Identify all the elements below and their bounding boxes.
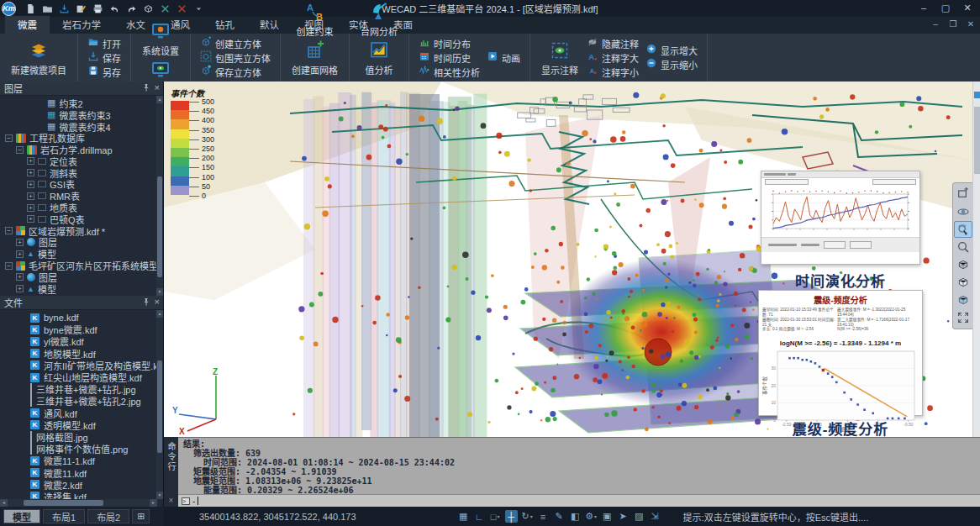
- tree-expander[interactable]: +: [16, 273, 24, 281]
- doc-tab-布局2[interactable]: 布局2: [87, 509, 129, 523]
- status-fly-icon[interactable]: ➤: [617, 510, 630, 523]
- tree-item[interactable]: +定位表: [0, 155, 163, 167]
- mdi-close-button[interactable]: ✕: [965, 19, 977, 29]
- maximize-button[interactable]: ▢: [935, 0, 956, 15]
- console-side-tab[interactable]: 命令行 ×: [164, 437, 178, 507]
- ribbon-button-timedist[interactable]: 时间分布: [415, 36, 483, 50]
- tree-item[interactable]: −区域岩爆预测.kdf *: [0, 225, 163, 237]
- file-item[interactable]: K微震2.kdf: [0, 479, 163, 491]
- pin-icon[interactable]: [143, 84, 150, 92]
- ribbon-button-cube-add[interactable]: 创建立方体: [197, 36, 274, 50]
- tree-item[interactable]: +GSI表: [0, 179, 163, 191]
- ribbon-button-new-project[interactable]: 新建微震项目: [6, 39, 71, 77]
- tree-expander[interactable]: +: [16, 285, 24, 292]
- status-fullscreen-icon[interactable]: ⇲: [649, 510, 661, 523]
- tree-item[interactable]: +RMR表: [0, 190, 163, 202]
- tree-expander[interactable]: +: [27, 157, 34, 165]
- ribbon-button-note-big[interactable]: A注释字大: [583, 50, 642, 65]
- open-folder-icon[interactable]: [41, 3, 53, 14]
- close-panel-icon[interactable]: ×: [155, 82, 160, 92]
- combo-box[interactable]: [872, 179, 916, 185]
- undo-icon[interactable]: [108, 3, 120, 14]
- ribbon-button-sys[interactable]: 系统设置: [137, 19, 184, 58]
- tree-expander[interactable]: +: [27, 192, 34, 200]
- menu-tab-钻孔[interactable]: 钻孔: [203, 16, 247, 34]
- dialog-button[interactable]: [824, 241, 846, 249]
- command-input[interactable]: >_ -: [178, 494, 980, 507]
- ribbon-button-note-show[interactable]: 显示注释: [536, 39, 583, 77]
- file-item[interactable]: Kyl微震.kdf: [0, 335, 163, 347]
- status-measure-icon[interactable]: ▨: [633, 510, 645, 523]
- tree-expander[interactable]: +: [27, 169, 34, 176]
- status-ortho-icon[interactable]: ∟: [473, 510, 486, 523]
- hidden-line-icon[interactable]: [954, 274, 972, 291]
- menu-tab-微震[interactable]: 微震: [5, 16, 50, 34]
- status-rotate-icon[interactable]: ↻▾: [521, 510, 534, 523]
- new-file-icon[interactable]: [24, 3, 36, 14]
- close-red-icon[interactable]: [176, 3, 187, 14]
- ribbon-button-open[interactable]: 打开: [84, 36, 124, 50]
- ribbon-button-save[interactable]: 保存: [84, 50, 124, 65]
- rotate-select-icon[interactable]: [954, 221, 972, 238]
- tree-expander[interactable]: +: [16, 250, 24, 258]
- tree-expander[interactable]: +: [27, 181, 34, 188]
- tree-item[interactable]: +图层: [0, 271, 163, 283]
- tree-item[interactable]: +测斜表: [0, 167, 163, 179]
- wireframe-icon[interactable]: [954, 256, 972, 273]
- ribbon-button-corr[interactable]: 相关性分析: [415, 65, 483, 79]
- orbit-icon[interactable]: [954, 203, 972, 220]
- ribbon-button-cube-save[interactable]: 保存立方体: [197, 65, 274, 79]
- tree-expander[interactable]: −: [5, 262, 13, 270]
- layers-scrollbar[interactable]: ▲▼: [156, 96, 163, 296]
- close-panel-icon[interactable]: ×: [155, 297, 160, 307]
- mdi-minimize-button[interactable]: –: [930, 19, 941, 29]
- edit-icon[interactable]: [75, 3, 87, 14]
- ribbon-button-dish[interactable]: 台网分析: [356, 0, 403, 39]
- ribbon-button-timehist[interactable]: 时间历史: [415, 50, 483, 65]
- minimize-button[interactable]: –: [913, 0, 935, 15]
- file-item[interactable]: Kbyne.kdf: [0, 312, 163, 323]
- tree-item[interactable]: −岩石力学.drillmap: [0, 144, 163, 155]
- doc-tab-模型[interactable]: 模型: [3, 509, 40, 523]
- pin-icon[interactable]: [143, 298, 150, 306]
- status-snap-icon[interactable]: ┼: [505, 510, 518, 523]
- file-item[interactable]: K微震11.kdf: [0, 466, 163, 478]
- tree-expander[interactable]: −: [16, 146, 24, 154]
- mdi-restore-button[interactable]: ❐: [947, 19, 959, 29]
- cube-view-icon[interactable]: [142, 3, 154, 14]
- file-item[interactable]: 网格截图.jpg: [0, 431, 163, 443]
- status-cube-icon[interactable]: ▣: [601, 510, 614, 523]
- close-green-icon[interactable]: [159, 3, 171, 14]
- combo-box[interactable]: [765, 179, 809, 185]
- file-item[interactable]: K河东II矿带地层及构造模型.kdf: [0, 360, 163, 371]
- tree-expander[interactable]: +: [27, 204, 34, 212]
- status-grid-icon[interactable]: ▦: [457, 510, 470, 523]
- file-item[interactable]: 三维井巷+微震+钻孔2.jpg: [0, 395, 163, 407]
- status-layers-icon[interactable]: ≡: [537, 510, 550, 523]
- region-zoom-icon[interactable]: [954, 186, 972, 203]
- print-icon[interactable]: [92, 3, 103, 14]
- ribbon-button-note-hide[interactable]: 隐藏注释: [583, 36, 642, 50]
- tree-expander[interactable]: −: [5, 227, 13, 234]
- dialog-button[interactable]: [850, 241, 872, 249]
- tree-expander[interactable]: +: [27, 215, 34, 223]
- file-item[interactable]: K地脱模型.kdf: [0, 348, 163, 360]
- magnify-icon[interactable]: [954, 239, 972, 255]
- tree-expander[interactable]: +: [16, 239, 24, 246]
- ribbon-button-saveas[interactable]: 另存: [84, 65, 124, 79]
- ribbon-button-note-small[interactable]: A注释字小: [583, 65, 642, 79]
- status-polygon-icon[interactable]: □▾: [489, 510, 502, 523]
- console-close-icon[interactable]: ×: [169, 496, 174, 505]
- ribbon-button-cube-shell[interactable]: 包围壳立方体: [197, 50, 274, 65]
- ribbon-button-mesh[interactable]: 创建面网格: [287, 39, 343, 77]
- ribbon-button-chart[interactable]: 值分析: [356, 39, 403, 77]
- ribbon-button-zoom-out[interactable]: 显示缩小: [642, 58, 701, 72]
- tree-item[interactable]: +图层: [0, 237, 163, 249]
- tree-expander[interactable]: −: [5, 134, 13, 142]
- viewport-scrollbar[interactable]: [972, 82, 980, 437]
- files-hscrollbar[interactable]: ◄►: [0, 499, 157, 507]
- file-item[interactable]: 网格事件个数估值.png: [0, 443, 163, 455]
- file-item[interactable]: 三维井巷+微震+钻孔.jpg: [0, 383, 163, 395]
- doc-tab-布局1[interactable]: 布局1: [43, 509, 85, 523]
- ribbon-button-zoom-in[interactable]: 显示增大: [642, 44, 701, 58]
